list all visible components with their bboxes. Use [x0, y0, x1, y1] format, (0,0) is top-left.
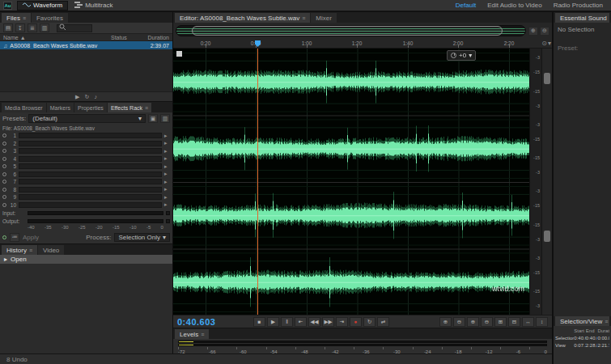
preset-dropdown[interactable]: (Default) ▾ [28, 114, 146, 123]
volume-hud[interactable]: +0 ▾ [447, 50, 476, 61]
panel-menu-icon[interactable]: ≡ [302, 15, 305, 21]
timeline-ruler[interactable]: 0:20 0:40 1:00 1:20 1:40 2:00 2:20 [173, 39, 529, 49]
duration-column-header[interactable]: Duration [138, 35, 169, 40]
slot-power-toggle[interactable] [2, 195, 6, 199]
apply-button[interactable]: Apply [23, 234, 39, 241]
time-display[interactable]: 0:40.603 [177, 317, 252, 327]
slot-power-toggle[interactable] [2, 188, 6, 192]
input-clip-indicator[interactable] [166, 211, 170, 215]
tab-levels[interactable]: Levels ≡ [175, 329, 209, 339]
zoom-out-full-button[interactable]: ⊟ [508, 317, 520, 327]
slot-power-toggle[interactable] [2, 142, 6, 146]
slot-menu-icon[interactable]: ▸ [164, 179, 170, 185]
skip-selection-button[interactable]: ⇄ [377, 317, 389, 327]
insert-into-multitrack-icon[interactable]: ≣ [28, 23, 37, 32]
time-format-menu-icon[interactable]: ▾ [548, 40, 551, 47]
preview-autoplay-icon[interactable]: ♪ [94, 94, 97, 99]
vertical-zoom-in-icon[interactable]: ⊕ [528, 27, 538, 36]
slot-menu-icon[interactable]: ▸ [164, 201, 170, 208]
output-clip-indicator[interactable] [166, 219, 170, 223]
preview-play-icon[interactable]: ▶ [75, 94, 79, 100]
zoom-in-time-button[interactable]: ⊕ [439, 317, 452, 327]
tab-editor[interactable]: Editor: AS0008_Beach Waves Subtle.wav ≡ [175, 13, 310, 23]
loop-playback-button[interactable]: ↻ [363, 317, 376, 327]
slot-power-toggle[interactable] [2, 203, 6, 207]
panel-menu-icon[interactable]: ≡ [201, 332, 204, 337]
view-row[interactable]: View 0:07.143 2:28.876 2:21.733 [555, 341, 609, 349]
view-range-box[interactable] [192, 26, 503, 36]
tab-history[interactable]: History ≡ [2, 245, 37, 255]
scrollbar-thumb[interactable] [544, 73, 550, 84]
tab-media-browser[interactable]: Media Browser [2, 103, 46, 112]
panel-menu-icon[interactable]: ≡ [145, 105, 148, 111]
slot-menu-icon[interactable]: ▸ [164, 194, 170, 201]
tab-essential-sound[interactable]: Essential Sound ≡ [555, 13, 609, 23]
slot-power-toggle[interactable] [2, 157, 6, 161]
workspace-radio-production-button[interactable]: Radio Production [549, 1, 608, 10]
save-preset-icon[interactable]: ▣ [148, 114, 158, 123]
effect-slot[interactable] [19, 179, 162, 184]
slot-menu-icon[interactable]: ▸ [164, 163, 170, 170]
zoom-to-selection-button[interactable]: ⊞ [494, 317, 507, 327]
trash-icon[interactable]: ▥ [40, 23, 49, 32]
rack-power-toggle[interactable] [2, 235, 6, 239]
tab-properties[interactable]: Properties [74, 103, 107, 112]
effect-slot[interactable] [19, 187, 162, 193]
tab-video[interactable]: Video [38, 245, 64, 255]
effect-slot[interactable] [19, 163, 162, 169]
vertical-scrollbar[interactable] [541, 49, 552, 315]
file-row[interactable]: ♫ AS0008_Beach Waves Subtle.wav 2:39.07 [0, 41, 172, 49]
vertical-zoom-out-icon[interactable]: ⊖ [540, 27, 549, 36]
time-format-clock-icon[interactable]: ⊙ [541, 40, 547, 47]
name-column-header[interactable]: Name ▲ [3, 35, 111, 40]
zoom-out-amplitude-button[interactable]: ⊖ [481, 317, 493, 327]
panel-menu-icon[interactable]: ≡ [29, 248, 32, 253]
waveform-display[interactable]: +0 ▾ wtvid.com [173, 49, 529, 315]
slot-power-toggle[interactable] [2, 180, 6, 184]
workspace-edit-audio-to-video-button[interactable]: Edit Audio to Video [482, 1, 546, 10]
process-mode-dropdown[interactable]: Selection Only ▾ [114, 233, 170, 242]
slot-menu-icon[interactable]: ▸ [164, 186, 170, 193]
waveform-canvas[interactable] [173, 49, 529, 315]
status-column-header[interactable]: Status [111, 35, 138, 40]
zoom-selection-height-button[interactable]: ↕ [536, 317, 548, 327]
tab-mixer[interactable]: Mixer [311, 13, 337, 23]
waveform-view-button[interactable]: Waveform [17, 1, 68, 11]
slot-menu-icon[interactable]: ▸ [164, 171, 170, 177]
zoom-out-time-button[interactable]: ⊖ [453, 317, 465, 327]
slot-power-toggle[interactable] [2, 164, 6, 168]
tab-favorites[interactable]: Favorites [32, 13, 68, 23]
stop-button[interactable]: ■ [253, 317, 265, 327]
slot-menu-icon[interactable]: ▸ [164, 155, 170, 162]
effect-slot[interactable] [19, 133, 162, 138]
delete-preset-icon[interactable]: ▥ [160, 114, 170, 123]
effect-slot[interactable] [19, 194, 162, 200]
meters-toggle-icon[interactable]: ≔ [10, 233, 19, 242]
zoom-in-amplitude-button[interactable]: ⊕ [467, 317, 479, 327]
gain-knob-icon[interactable] [451, 53, 456, 58]
pause-button[interactable]: ‖ [281, 317, 293, 327]
rewind-button[interactable]: ◀◀ [308, 317, 320, 327]
play-button[interactable]: ▶ [267, 317, 279, 327]
tab-markers[interactable]: Markers [47, 103, 74, 112]
search-input[interactable] [68, 25, 92, 31]
tab-files[interactable]: Files ≡ [2, 13, 31, 23]
open-file-icon[interactable]: ▤ [3, 23, 13, 32]
amplitude-ruler[interactable]: -3-15-15-3-3-15-15-3-3-15-15-3-3-15-15-3 [529, 49, 541, 315]
slot-power-toggle[interactable] [2, 172, 6, 176]
zoom-selection-width-button[interactable]: ↔ [522, 317, 534, 327]
multitrack-view-button[interactable]: Multitrack [70, 1, 117, 11]
tab-effects-rack[interactable]: Effects Rack ≡ [108, 103, 151, 112]
slot-power-toggle[interactable] [2, 149, 6, 153]
slot-menu-icon[interactable]: ▸ [164, 148, 170, 154]
import-file-icon[interactable]: ↧ [15, 23, 25, 32]
panel-menu-icon[interactable]: ≡ [23, 15, 26, 21]
effect-slot[interactable] [19, 156, 162, 162]
workspace-default-button[interactable]: Default [451, 1, 481, 10]
effect-slot[interactable] [19, 202, 162, 208]
effect-slot[interactable] [19, 171, 162, 177]
effect-slot[interactable] [19, 148, 162, 154]
fast-forward-button[interactable]: ▶▶ [322, 317, 334, 327]
scrollbar-thumb[interactable] [544, 231, 550, 242]
selection-row[interactable]: Selection 0:40.603 0:40.603 0:00.000 [555, 334, 609, 341]
